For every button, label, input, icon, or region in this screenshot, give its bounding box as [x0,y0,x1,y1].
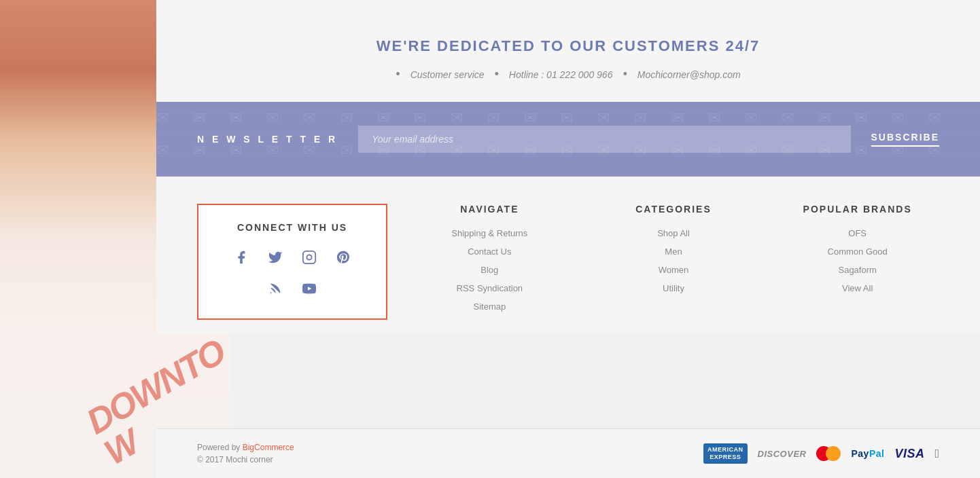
mastercard-orange-circle [826,446,841,461]
footer-section: CONNECT WITH US [156,177,980,333]
customer-service-label: Customer service [410,69,485,80]
bigcommerce-link[interactable]: BigCommerce [243,443,294,452]
dedication-title: WE'RE DEDICATED TO OUR CUSTOMERS 24/7 [170,37,966,55]
youtube-icon[interactable] [302,281,317,300]
main-content: WE'RE DEDICATED TO OUR CUSTOMERS 24/7 • … [156,0,980,333]
cat-link-utility[interactable]: Utility [592,283,756,293]
bottom-bar: Powered by BigCommerce © 2017 Mochi corn… [156,428,980,478]
hero-section: DOWNTOW WE'RE DEDICATED TO OUR CUSTOMERS… [0,0,980,478]
pinterest-icon[interactable] [336,250,351,269]
dedication-section: WE'RE DEDICATED TO OUR CUSTOMERS 24/7 • … [156,0,980,102]
newsletter-label: N E W S L E T T E R [197,134,338,145]
subscribe-button[interactable]: SUBSCRIBE [871,132,939,147]
popular-brands-title: POPULAR BRANDS [775,204,939,215]
bullet-2: • [495,67,499,81]
rss-icon[interactable] [268,281,283,300]
categories-column: CATEGORIES Shop All Men Women Utility [592,204,756,320]
nav-link-blog[interactable]: Blog [408,265,572,275]
instagram-icon[interactable] [302,250,317,269]
mastercard-icon [816,446,841,461]
nav-link-contact[interactable]: Contact Us [408,246,572,257]
svg-point-2 [270,293,272,294]
cat-link-women[interactable]: Women [592,265,756,275]
nav-link-shipping[interactable]: Shipping & Returns [408,228,572,238]
connect-box: CONNECT WITH US [197,204,387,320]
powered-by: Powered by BigCommerce [197,443,294,452]
brand-link-view-all[interactable]: View All [775,283,939,293]
social-icons-row-2 [219,281,366,300]
brand-link-sagaform[interactable]: Sagaform [775,265,939,275]
svg-rect-0 [303,251,315,263]
nav-link-rss[interactable]: RSS Syndication [408,283,572,293]
hotline-label: Hotline : 01 222 000 966 [509,69,613,80]
newsletter-section: N E W S L E T T E R SUBSCRIBE [156,102,980,177]
cat-link-men[interactable]: Men [592,246,756,257]
bottom-left: Powered by BigCommerce © 2017 Mochi corn… [197,443,294,464]
bullet-3: • [623,67,627,81]
paypal-icon: PayPal [851,448,884,459]
email-label: Mochicorner@shop.com [637,69,741,80]
dedication-info: • Customer service • Hotline : 01 222 00… [170,67,966,81]
popular-brands-column: POPULAR BRANDS OFS Common Good Sagaform … [775,204,939,320]
twitter-icon[interactable] [268,250,283,269]
visa-icon: VISA [894,447,924,461]
discover-icon: DISCOVER [758,449,807,459]
nav-link-sitemap[interactable]: Sitemap [408,301,572,312]
categories-title: CATEGORIES [592,204,756,215]
copyright: © 2017 Mochi corner [197,455,294,464]
newsletter-email-input[interactable] [358,126,850,153]
newsletter-input-wrap [358,126,850,153]
amex-icon: AMERICANEXPRESS [703,443,748,464]
cat-link-shopall[interactable]: Shop All [592,228,756,238]
navigate-title: NAVIGATE [408,204,572,215]
bullet-1: • [396,67,400,81]
connect-title: CONNECT WITH US [219,222,366,233]
facebook-icon[interactable] [234,250,249,269]
apple-pay-icon:  [934,447,939,461]
brand-link-common-good[interactable]: Common Good [775,246,939,257]
social-icons-row-1 [219,250,366,269]
payment-icons: AMERICANEXPRESS DISCOVER PayPal VISA  [703,443,939,464]
brand-link-ofs[interactable]: OFS [775,228,939,238]
navigate-column: NAVIGATE Shipping & Returns Contact Us B… [408,204,572,320]
